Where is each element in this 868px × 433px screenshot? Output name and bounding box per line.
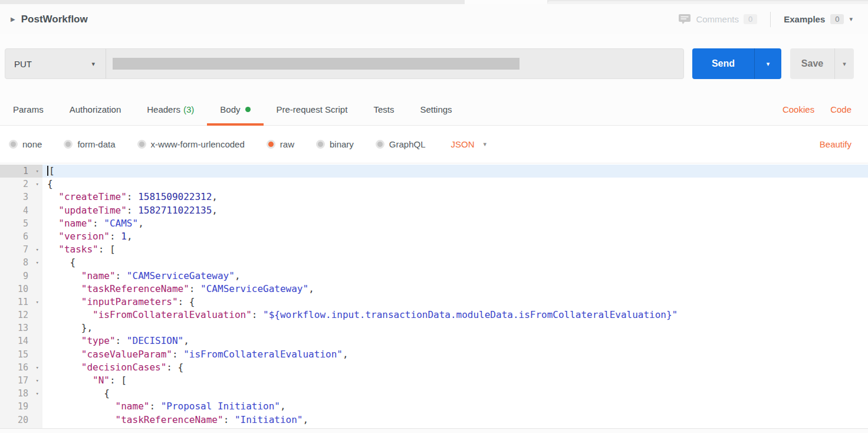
tab-params[interactable]: Params xyxy=(0,93,57,125)
tab-body[interactable]: Body xyxy=(207,93,263,125)
token-p: : xyxy=(223,414,235,425)
code-line-content[interactable]: "tasks": [ xyxy=(42,243,868,256)
tab-pre-request-script[interactable]: Pre-request Script xyxy=(264,93,361,125)
beautify-link[interactable]: Beautify xyxy=(820,139,851,149)
token-s: "CAMServiceGateway" xyxy=(200,283,308,294)
code-line-content[interactable]: "name": "CAMS", xyxy=(42,217,868,230)
radio-x-www-form-urlencoded[interactable]: x-www-form-urlencoded xyxy=(137,139,245,149)
radio-binary[interactable]: binary xyxy=(316,139,354,149)
radio-circle-icon xyxy=(64,140,73,149)
code-line-content[interactable]: "name": "CAMServiceGateway", xyxy=(42,270,868,283)
title-bar-actions: Comments 0 Examples 0 ▾ xyxy=(678,12,853,27)
fold-caret-icon[interactable]: ▾ xyxy=(36,361,39,374)
send-options-caret[interactable]: ▾ xyxy=(754,48,781,79)
code-line-content[interactable]: "N": [ xyxy=(42,374,868,387)
send-button[interactable]: Send xyxy=(692,48,754,79)
code-line-content[interactable]: [ xyxy=(42,165,868,178)
token-num: 1 xyxy=(121,231,127,242)
token-p: , xyxy=(343,349,348,360)
horizontal-scrollbar[interactable] xyxy=(0,428,868,433)
radio-label: raw xyxy=(280,139,294,149)
code-line: 1▾[ xyxy=(0,165,868,178)
code-line-content[interactable]: { xyxy=(42,387,868,400)
token-p: : xyxy=(172,349,183,360)
code-line-content[interactable]: "taskReferenceName": "CAMServiceGateway"… xyxy=(42,283,868,296)
comments-button[interactable]: Comments 0 xyxy=(678,14,757,25)
fold-caret-icon[interactable]: ▾ xyxy=(36,165,39,178)
code-line: 12"isFromCollateralEvaluation": "${workf… xyxy=(0,309,868,322)
token-k: "decisionCases" xyxy=(81,362,167,373)
radio-graphql[interactable]: GraphQL xyxy=(376,139,426,149)
fold-caret-icon[interactable]: ▾ xyxy=(36,178,39,191)
code-line-content[interactable]: "updateTime": 1582711022135, xyxy=(42,204,868,217)
token-p: , xyxy=(212,205,218,216)
code-line-content[interactable]: { xyxy=(42,256,868,269)
token-p: , xyxy=(303,414,308,425)
code-line: 11▾"inputParameters": { xyxy=(0,296,868,309)
line-number: 7▾ xyxy=(0,243,42,256)
fold-caret-icon[interactable]: ▾ xyxy=(36,387,39,400)
chevron-down-icon: ▾ xyxy=(849,15,853,23)
window-tab-strip xyxy=(0,0,868,4)
radio-form-data[interactable]: form-data xyxy=(64,139,115,149)
code-line-content[interactable]: "inputParameters": { xyxy=(42,296,868,309)
code-line-content[interactable]: "type": "DECISION", xyxy=(42,334,868,347)
save-button[interactable]: Save xyxy=(790,48,834,79)
cookies-link[interactable]: Cookies xyxy=(782,104,814,114)
url-input[interactable] xyxy=(106,49,683,78)
radio-none[interactable]: none xyxy=(9,139,42,149)
code-line-content[interactable]: "decisionCases": { xyxy=(42,361,868,374)
examples-dropdown[interactable]: Examples 0 ▾ xyxy=(784,14,853,24)
code-line-content[interactable]: { xyxy=(42,178,868,191)
tabs-right-links: Cookies Code xyxy=(782,104,868,114)
json-body-editor[interactable]: 1▾[2▾{3"createTime": 1581509022312,4"upd… xyxy=(0,163,868,433)
tab-tests[interactable]: Tests xyxy=(360,93,407,125)
code-lines: 1▾[2▾{3"createTime": 1581509022312,4"upd… xyxy=(0,163,868,433)
code-line: 4"updateTime": 1582711022135, xyxy=(0,204,868,217)
chevron-down-icon: ▾ xyxy=(484,140,487,148)
code-line-content[interactable]: "isFromCollateralEvaluation": "${workflo… xyxy=(42,309,868,322)
token-p: : xyxy=(149,401,160,412)
code-line-content[interactable]: "createTime": 1581509022312, xyxy=(42,191,868,204)
fold-caret-icon[interactable]: ▾ xyxy=(36,243,39,256)
line-number: 16▾ xyxy=(0,361,42,374)
language-dropdown[interactable]: JSON ▾ xyxy=(451,139,487,149)
tab-settings[interactable]: Settings xyxy=(407,93,465,125)
token-k: "N" xyxy=(93,375,110,386)
code-line-content[interactable]: }, xyxy=(42,322,868,334)
tab-headers[interactable]: Headers(3) xyxy=(134,93,207,125)
line-number: 5 xyxy=(0,217,42,230)
line-number: 9 xyxy=(0,270,42,283)
collapse-caret-icon[interactable]: ▶ xyxy=(11,16,15,22)
code-line: 9"name": "CAMServiceGateway", xyxy=(0,270,868,283)
code-line-content[interactable]: "name": "Proposal Initiation", xyxy=(42,400,868,413)
token-p: , xyxy=(127,231,133,242)
fold-caret-icon[interactable]: ▾ xyxy=(36,296,39,309)
line-number: 6 xyxy=(0,230,42,243)
token-p: : xyxy=(252,309,263,320)
code-line-content[interactable]: "version": 1, xyxy=(42,230,868,243)
save-options-caret[interactable]: ▾ xyxy=(834,48,854,79)
token-s: "CAMS" xyxy=(104,218,138,229)
code-link[interactable]: Code xyxy=(830,104,851,114)
token-s: "isFromCollateralEvaluation" xyxy=(183,349,343,360)
send-split-button: Send ▾ xyxy=(692,48,781,79)
fold-caret-icon[interactable]: ▾ xyxy=(36,256,39,269)
tab-label: Pre-request Script xyxy=(277,104,348,114)
radio-circle-icon xyxy=(376,140,384,149)
token-p: , xyxy=(183,335,189,346)
code-line-content[interactable]: "caseValueParam": "isFromCollateralEvalu… xyxy=(42,348,868,361)
token-k: "taskReferenceName" xyxy=(81,283,189,294)
code-line-content[interactable]: "taskReferenceName": "Initiation", xyxy=(42,414,868,427)
token-p: : xyxy=(189,283,200,294)
language-label: JSON xyxy=(451,139,475,149)
radio-circle-icon xyxy=(137,140,146,149)
method-select[interactable]: PUT ▾ xyxy=(5,49,106,78)
radio-raw[interactable]: raw xyxy=(267,139,294,149)
code-line: 14"type": "DECISION", xyxy=(0,334,868,347)
fold-caret-icon[interactable]: ▾ xyxy=(36,374,39,387)
active-tab-edge xyxy=(465,0,547,4)
examples-label: Examples xyxy=(784,14,825,24)
token-num: 1581509022312 xyxy=(138,191,212,202)
tab-authorization[interactable]: Authorization xyxy=(57,93,134,125)
